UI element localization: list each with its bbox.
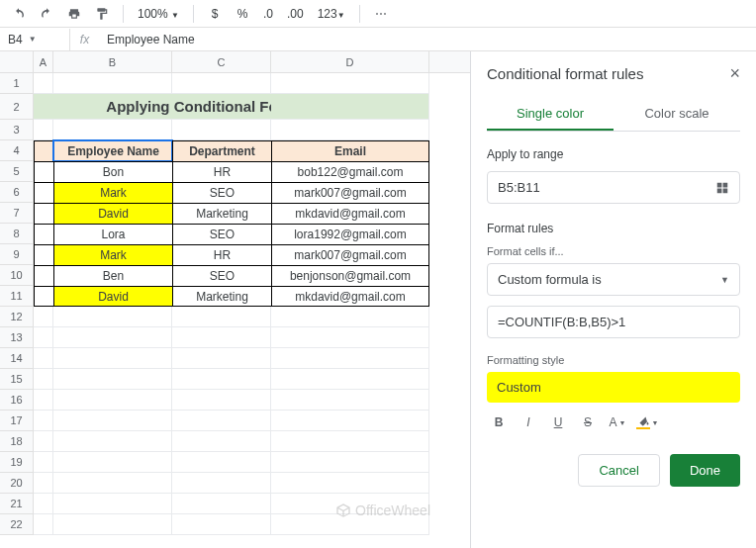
cell[interactable] [271,307,429,327]
cell[interactable] [34,161,53,182]
cell[interactable] [172,411,271,431]
cell-department[interactable]: Marketing [172,203,271,224]
print-icon[interactable] [63,3,85,25]
cell-employee[interactable]: Bon [53,161,172,182]
cell[interactable] [53,369,172,390]
cell[interactable] [34,140,53,161]
cell-email[interactable]: lora1992@gmail.com [271,224,429,244]
close-icon[interactable]: × [729,63,740,84]
col-header-d[interactable]: D [271,51,429,72]
cell[interactable] [34,286,53,307]
col-header-c[interactable]: C [172,51,271,72]
spreadsheet[interactable]: A B C D 12Applying Conditional Formattin… [0,51,470,548]
bold-button[interactable]: B [487,411,511,434]
range-input[interactable]: B5:B11 [487,171,740,204]
cell-employee[interactable]: David [53,286,172,307]
cell[interactable] [34,494,53,514]
cell[interactable] [172,514,271,535]
cell-employee[interactable]: David [53,203,172,224]
cell-email[interactable]: benjonson@gmail.com [271,265,429,286]
cell-department[interactable]: Marketing [172,286,271,307]
cell[interactable] [172,494,271,514]
title-cell[interactable]: Applying Conditional Formatting [172,94,271,120]
row-header[interactable]: 3 [0,120,34,140]
row-header[interactable]: 6 [0,182,34,203]
cell[interactable] [34,348,53,369]
row-header[interactable]: 5 [0,161,34,182]
row-header[interactable]: 9 [0,244,34,265]
row-header[interactable]: 7 [0,203,34,224]
cell[interactable] [34,369,53,390]
formula-input-box[interactable]: =COUNTIF(B:B,B5)>1 [487,306,740,338]
cell[interactable] [172,307,271,327]
row-header[interactable]: 8 [0,224,34,244]
cell[interactable] [34,327,53,348]
decimal-decrease-button[interactable]: .0 [259,3,277,25]
cell[interactable] [53,411,172,431]
cell[interactable] [53,348,172,369]
cell-department[interactable]: SEO [172,265,271,286]
cell-employee[interactable]: Mark [53,244,172,265]
cell[interactable] [53,473,172,494]
row-header[interactable]: 1 [0,73,34,94]
cell[interactable] [53,390,172,411]
number-format-select[interactable]: 123▼ [314,7,349,21]
cell[interactable] [172,327,271,348]
cell-department[interactable]: HR [172,244,271,265]
paint-format-icon[interactable] [91,3,113,25]
cell[interactable] [172,390,271,411]
title-cell[interactable] [271,94,429,120]
cell[interactable] [34,390,53,411]
header-employee[interactable]: Employee Name [53,140,172,161]
cell[interactable] [34,514,53,535]
cell[interactable] [172,431,271,452]
col-header-b[interactable]: B [53,51,172,72]
row-header[interactable]: 16 [0,390,34,411]
row-header[interactable]: 15 [0,369,34,390]
decimal-increase-button[interactable]: .00 [283,3,308,25]
cell[interactable] [34,244,53,265]
row-header[interactable]: 4 [0,140,34,161]
cell-email[interactable]: bob122@gmail.com [271,161,429,182]
cell[interactable] [271,411,429,431]
cell-email[interactable]: mark007@gmail.com [271,182,429,203]
strikethrough-button[interactable]: S [576,411,600,434]
cell-email[interactable]: mark007@gmail.com [271,244,429,265]
cell[interactable] [271,431,429,452]
cell[interactable] [34,182,53,203]
row-header[interactable]: 14 [0,348,34,369]
cell-email[interactable]: mkdavid@gmail.com [271,286,429,307]
cell[interactable] [271,348,429,369]
cell[interactable] [172,73,271,94]
row-header[interactable]: 13 [0,327,34,348]
cell[interactable] [172,369,271,390]
percent-button[interactable]: % [232,3,253,25]
cell-email[interactable]: mkdavid@gmail.com [271,203,429,224]
row-header[interactable]: 21 [0,494,34,514]
cell[interactable] [34,265,53,286]
cell[interactable] [34,431,53,452]
cell-department[interactable]: SEO [172,182,271,203]
more-icon[interactable]: ⋯ [370,3,392,25]
row-header[interactable]: 12 [0,307,34,327]
italic-button[interactable]: I [517,411,540,434]
row-header[interactable]: 18 [0,431,34,452]
cell[interactable] [53,452,172,473]
row-header[interactable]: 19 [0,452,34,473]
cell[interactable] [53,120,172,140]
cell[interactable] [271,390,429,411]
cell[interactable] [34,94,53,120]
formula-input[interactable]: Employee Name [99,33,756,46]
cell[interactable] [271,120,429,140]
row-header[interactable]: 22 [0,514,34,535]
cell-department[interactable]: SEO [172,224,271,244]
cell[interactable] [34,473,53,494]
header-email[interactable]: Email [271,140,429,161]
cell[interactable] [271,327,429,348]
cell[interactable] [172,452,271,473]
cell-employee[interactable]: Lora [53,224,172,244]
col-header-a[interactable]: A [34,51,53,72]
cell[interactable] [34,120,53,140]
cell[interactable] [34,307,53,327]
cell[interactable] [53,494,172,514]
